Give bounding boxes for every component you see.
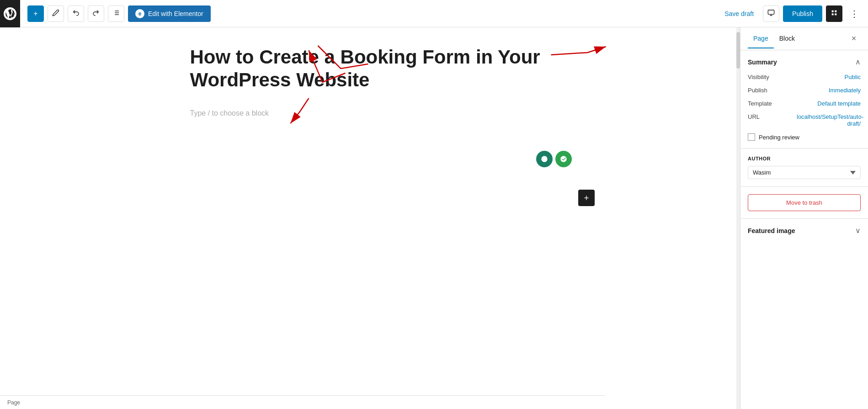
hint-icon[interactable] [536,151,553,167]
url-row: URL localhost/SetupTest/auto-draft/ [748,113,861,127]
publish-value[interactable]: Immediately [829,87,861,94]
author-select[interactable]: Wasim [748,166,861,179]
pending-review-row: Pending review [748,133,861,141]
summary-section: Summary ∧ Visibility Public Publish Imme… [740,50,868,149]
featured-image-section: Featured image ∨ [740,219,868,242]
monitor-icon [767,9,775,18]
move-to-trash-button[interactable]: Move to trash [748,194,861,211]
edit-elementor-label: Edit with Elementor [148,10,203,17]
visibility-label: Visibility [748,74,769,80]
grammar-icon[interactable] [555,151,572,167]
settings-icon [831,9,838,18]
author-title: AUTHOR [748,156,861,161]
author-section: AUTHOR Wasim [740,149,868,187]
settings-button[interactable] [826,5,842,22]
redo-icon [92,9,100,18]
floating-icons [536,151,572,167]
pending-review-checkbox[interactable] [748,133,755,141]
pen-tool-button[interactable] [48,5,64,22]
svg-rect-10 [835,11,836,12]
svg-rect-11 [832,13,834,15]
pending-review-label: Pending review [759,134,799,141]
publish-label: Publish [748,87,767,94]
status-bar: Page [0,395,605,409]
template-row: Template Default template [748,100,861,107]
scrollbar-thumb[interactable] [736,32,740,69]
tab-page[interactable]: Page [748,29,774,48]
sidebar-tabs: Page Block × [740,27,868,50]
url-label: URL [748,113,760,120]
list-view-button[interactable] [108,5,124,22]
status-label: Page [7,399,20,406]
collapse-icon[interactable]: ∧ [855,58,861,66]
redo-button[interactable] [88,5,104,22]
add-block-button[interactable] [578,190,595,206]
url-value[interactable]: localhost/SetupTest/auto-draft/ [797,113,861,127]
pen-icon [52,9,59,18]
featured-image-header: Featured image ∨ [748,226,861,235]
sidebar-body: Summary ∧ Visibility Public Publish Imme… [740,50,868,409]
publish-row: Publish Immediately [748,87,861,94]
move-to-trash-section: Move to trash [740,187,868,219]
save-draft-button[interactable]: Save draft [719,6,759,21]
template-value[interactable]: Default template [817,100,861,107]
elementor-icon: e [135,9,144,18]
summary-title: Summary [748,58,777,66]
plus-icon: + [33,10,37,18]
featured-image-expand-icon[interactable]: ∨ [855,226,861,235]
more-options-button[interactable]: ⋮ [846,5,863,22]
preview-button[interactable] [763,5,779,22]
block-placeholder[interactable]: Type / to choose a block [190,106,547,121]
wp-logo[interactable] [0,0,20,27]
tab-block[interactable]: Block [774,29,800,48]
toolbar: + e Edit with El [0,0,868,27]
post-title[interactable]: How to Create a Booking Form in Your Wor… [190,46,547,92]
featured-image-title: Featured image [748,227,795,234]
editor-content: How to Create a Booking Form in Your Wor… [163,27,574,139]
summary-header: Summary ∧ [748,58,861,66]
svg-rect-12 [835,13,836,15]
list-icon [112,9,120,18]
template-label: Template [748,100,772,107]
undo-button[interactable] [68,5,84,22]
publish-button[interactable]: Publish [783,5,822,22]
visibility-value[interactable]: Public [845,74,861,80]
svg-rect-9 [832,11,834,12]
main-layout: How to Create a Booking Form in Your Wor… [0,27,868,409]
visibility-row: Visibility Public [748,74,861,80]
edit-with-elementor-button[interactable]: e Edit with Elementor [128,5,211,22]
svg-rect-6 [768,10,774,14]
editor-scrollbar[interactable] [736,27,740,409]
sidebar-close-button[interactable]: × [847,32,861,46]
add-block-toolbar-button[interactable]: + [27,5,44,22]
right-sidebar: Page Block × Summary ∧ Visibility Public… [740,27,868,409]
undo-icon [72,9,80,18]
more-icon: ⋮ [850,8,859,19]
editor-area: How to Create a Booking Form in Your Wor… [0,27,736,409]
